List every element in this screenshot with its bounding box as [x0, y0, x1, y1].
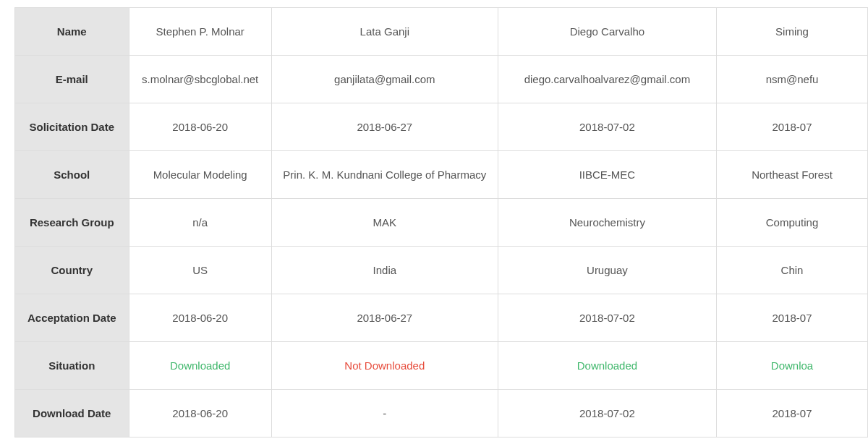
header-acceptation-date: Acceptation Date — [15, 294, 129, 342]
header-download-date: Download Date — [15, 390, 129, 437]
cell-country: Uruguay — [498, 247, 716, 294]
cell-research-group: Neurochemistry — [498, 199, 716, 247]
cell-download-date: 2018-07 — [717, 390, 868, 437]
row-acceptation-date: Acceptation Date 2018-06-20 2018-06-27 2… — [15, 294, 868, 342]
cell-research-group: Computing — [717, 199, 868, 247]
cell-email: nsm@nefu — [717, 56, 868, 103]
cell-situation: Downloaded — [498, 342, 716, 390]
situation-value: Downloa — [771, 359, 813, 372]
header-country: Country — [15, 247, 129, 294]
cell-research-group: MAK — [271, 199, 498, 247]
header-situation: Situation — [15, 342, 129, 390]
header-research-group: Research Group — [15, 199, 129, 247]
row-situation: Situation Downloaded Not Downloaded Down… — [15, 342, 868, 390]
cell-solicitation-date: 2018-07 — [717, 103, 868, 151]
cell-solicitation-date: 2018-07-02 — [498, 103, 716, 151]
row-email: E-mail s.molnar@sbcglobal.net ganjilata@… — [15, 56, 868, 103]
cell-situation: Downloaded — [129, 342, 271, 390]
row-research-group: Research Group n/a MAK Neurochemistry Co… — [15, 199, 868, 247]
cell-school: Prin. K. M. Kundnani College of Pharmacy — [271, 151, 498, 199]
situation-value: Downloaded — [577, 359, 637, 372]
cell-solicitation-date: 2018-06-27 — [271, 103, 498, 151]
cell-country: US — [129, 247, 271, 294]
cell-name: Siming — [717, 8, 868, 56]
data-table: Name Stephen P. Molnar Lata Ganji Diego … — [14, 7, 868, 437]
cell-country: India — [271, 247, 498, 294]
cell-school: Northeast Forest — [717, 151, 868, 199]
header-school: School — [15, 151, 129, 199]
cell-acceptation-date: 2018-07-02 — [498, 294, 716, 342]
row-download-date: Download Date 2018-06-20 - 2018-07-02 20… — [15, 390, 868, 437]
row-country: Country US India Uruguay Chin — [15, 247, 868, 294]
cell-school: IIBCE-MEC — [498, 151, 716, 199]
cell-school: Molecular Modeling — [129, 151, 271, 199]
row-name: Name Stephen P. Molnar Lata Ganji Diego … — [15, 8, 868, 56]
cell-name: Diego Carvalho — [498, 8, 716, 56]
cell-country: Chin — [717, 247, 868, 294]
cell-download-date: 2018-06-20 — [129, 390, 271, 437]
header-name: Name — [15, 8, 129, 56]
cell-acceptation-date: 2018-06-20 — [129, 294, 271, 342]
cell-acceptation-date: 2018-07 — [717, 294, 868, 342]
header-solicitation-date: Solicitation Date — [15, 103, 129, 151]
cell-name: Lata Ganji — [271, 8, 498, 56]
cell-acceptation-date: 2018-06-27 — [271, 294, 498, 342]
row-school: School Molecular Modeling Prin. K. M. Ku… — [15, 151, 868, 199]
cell-download-date: - — [271, 390, 498, 437]
cell-research-group: n/a — [129, 199, 271, 247]
header-email: E-mail — [15, 56, 129, 103]
cell-email: diego.carvalhoalvarez@gmail.com — [498, 56, 716, 103]
situation-value: Downloaded — [170, 359, 230, 372]
cell-email: s.molnar@sbcglobal.net — [129, 56, 271, 103]
cell-email: ganjilata@gmail.com — [271, 56, 498, 103]
cell-name: Stephen P. Molnar — [129, 8, 271, 56]
row-solicitation-date: Solicitation Date 2018-06-20 2018-06-27 … — [15, 103, 868, 151]
table-container: Name Stephen P. Molnar Lata Ganji Diego … — [0, 0, 868, 444]
cell-download-date: 2018-07-02 — [498, 390, 716, 437]
cell-situation: Not Downloaded — [271, 342, 498, 390]
cell-situation: Downloa — [717, 342, 868, 390]
situation-value: Not Downloaded — [344, 359, 425, 372]
cell-solicitation-date: 2018-06-20 — [129, 103, 271, 151]
